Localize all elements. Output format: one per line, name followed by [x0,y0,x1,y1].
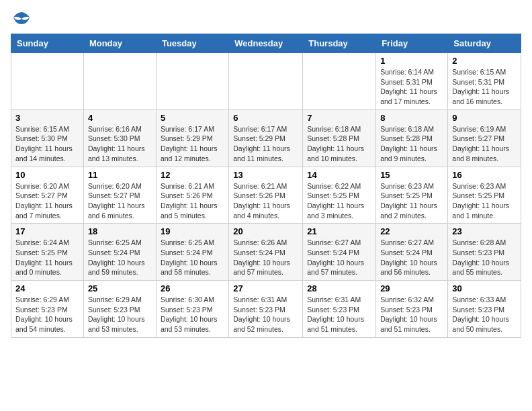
day-number: 14 [307,170,371,180]
day-number: 26 [161,283,224,293]
calendar-cell: 20Sunrise: 6:26 AM Sunset: 5:24 PM Dayli… [229,224,303,281]
day-info: Sunrise: 6:17 AM Sunset: 5:29 PM Dayligh… [233,124,298,164]
calendar-header-monday: Monday [83,34,156,53]
day-number: 21 [307,226,371,236]
day-info: Sunrise: 6:28 AM Sunset: 5:23 PM Dayligh… [452,238,517,277]
day-number: 12 [161,170,224,180]
day-number: 6 [233,113,298,123]
calendar-cell: 7Sunrise: 6:18 AM Sunset: 5:28 PM Daylig… [303,109,376,167]
day-number: 20 [233,226,298,236]
calendar-cell [229,53,303,110]
calendar-header-row: SundayMondayTuesdayWednesdayThursdayFrid… [11,34,521,53]
day-number: 9 [452,113,517,123]
calendar-header-wednesday: Wednesday [229,34,303,53]
day-number: 24 [15,283,79,293]
calendar-header-sunday: Sunday [11,34,84,53]
calendar-cell: 16Sunrise: 6:23 AM Sunset: 5:25 PM Dayli… [448,167,521,224]
calendar-cell: 10Sunrise: 6:20 AM Sunset: 5:27 PM Dayli… [11,167,84,224]
day-info: Sunrise: 6:30 AM Sunset: 5:23 PM Dayligh… [161,295,224,334]
calendar-week-row: 24Sunrise: 6:29 AM Sunset: 5:23 PM Dayli… [11,281,521,338]
calendar-cell: 1Sunrise: 6:14 AM Sunset: 5:31 PM Daylig… [376,53,448,110]
calendar-cell: 6Sunrise: 6:17 AM Sunset: 5:29 PM Daylig… [229,109,303,167]
day-number: 29 [380,283,443,293]
day-info: Sunrise: 6:33 AM Sunset: 5:23 PM Dayligh… [452,295,517,334]
calendar-cell [156,53,228,110]
day-info: Sunrise: 6:25 AM Sunset: 5:24 PM Dayligh… [88,238,152,277]
calendar-cell [303,53,376,110]
day-info: Sunrise: 6:23 AM Sunset: 5:25 PM Dayligh… [452,181,517,221]
day-number: 18 [88,226,152,236]
day-info: Sunrise: 6:31 AM Sunset: 5:23 PM Dayligh… [233,295,298,334]
calendar-week-row: 1Sunrise: 6:14 AM Sunset: 5:31 PM Daylig… [11,53,521,110]
day-info: Sunrise: 6:31 AM Sunset: 5:23 PM Dayligh… [307,295,371,334]
calendar-table: SundayMondayTuesdayWednesdayThursdayFrid… [11,34,521,338]
calendar-cell: 3Sunrise: 6:15 AM Sunset: 5:30 PM Daylig… [11,109,84,167]
calendar-cell: 18Sunrise: 6:25 AM Sunset: 5:24 PM Dayli… [83,224,156,281]
day-info: Sunrise: 6:27 AM Sunset: 5:24 PM Dayligh… [380,238,443,277]
calendar-cell: 4Sunrise: 6:16 AM Sunset: 5:30 PM Daylig… [83,109,156,167]
day-info: Sunrise: 6:24 AM Sunset: 5:25 PM Dayligh… [15,238,79,277]
day-info: Sunrise: 6:29 AM Sunset: 5:23 PM Dayligh… [15,295,79,334]
calendar-header-saturday: Saturday [448,34,521,53]
day-info: Sunrise: 6:15 AM Sunset: 5:31 PM Dayligh… [452,67,517,107]
day-number: 30 [452,283,517,293]
day-number: 27 [233,283,298,293]
day-info: Sunrise: 6:20 AM Sunset: 5:27 PM Dayligh… [15,181,79,221]
day-number: 8 [380,113,443,123]
day-info: Sunrise: 6:23 AM Sunset: 5:25 PM Dayligh… [380,181,443,221]
day-number: 2 [452,56,517,66]
day-info: Sunrise: 6:18 AM Sunset: 5:28 PM Dayligh… [380,124,443,164]
day-info: Sunrise: 6:26 AM Sunset: 5:24 PM Dayligh… [233,238,298,277]
day-number: 15 [380,170,443,180]
calendar-cell [83,53,156,110]
calendar-cell: 30Sunrise: 6:33 AM Sunset: 5:23 PM Dayli… [448,281,521,338]
calendar-cell: 13Sunrise: 6:21 AM Sunset: 5:26 PM Dayli… [229,167,303,224]
day-number: 16 [452,170,517,180]
day-number: 5 [161,113,224,123]
calendar-header-friday: Friday [376,34,448,53]
calendar-cell: 12Sunrise: 6:21 AM Sunset: 5:26 PM Dayli… [156,167,228,224]
calendar-cell: 27Sunrise: 6:31 AM Sunset: 5:23 PM Dayli… [229,281,303,338]
day-number: 7 [307,113,371,123]
calendar-cell: 9Sunrise: 6:19 AM Sunset: 5:27 PM Daylig… [448,109,521,167]
day-number: 4 [88,113,152,123]
day-info: Sunrise: 6:25 AM Sunset: 5:24 PM Dayligh… [161,238,224,277]
calendar-cell: 2Sunrise: 6:15 AM Sunset: 5:31 PM Daylig… [448,53,521,110]
calendar-cell: 23Sunrise: 6:28 AM Sunset: 5:23 PM Dayli… [448,224,521,281]
calendar-cell: 5Sunrise: 6:17 AM Sunset: 5:29 PM Daylig… [156,109,228,167]
calendar-cell: 17Sunrise: 6:24 AM Sunset: 5:25 PM Dayli… [11,224,84,281]
calendar-week-row: 3Sunrise: 6:15 AM Sunset: 5:30 PM Daylig… [11,109,521,167]
calendar-cell: 8Sunrise: 6:18 AM Sunset: 5:28 PM Daylig… [376,109,448,167]
day-info: Sunrise: 6:20 AM Sunset: 5:27 PM Dayligh… [88,181,152,221]
calendar-cell: 14Sunrise: 6:22 AM Sunset: 5:25 PM Dayli… [303,167,376,224]
logo [11,11,31,26]
day-info: Sunrise: 6:22 AM Sunset: 5:25 PM Dayligh… [307,181,371,221]
calendar-cell: 21Sunrise: 6:27 AM Sunset: 5:24 PM Dayli… [303,224,376,281]
day-number: 1 [380,56,443,66]
calendar-cell: 19Sunrise: 6:25 AM Sunset: 5:24 PM Dayli… [156,224,228,281]
day-info: Sunrise: 6:15 AM Sunset: 5:30 PM Dayligh… [15,124,79,164]
day-info: Sunrise: 6:27 AM Sunset: 5:24 PM Dayligh… [307,238,371,277]
day-info: Sunrise: 6:18 AM Sunset: 5:28 PM Dayligh… [307,124,371,164]
day-info: Sunrise: 6:21 AM Sunset: 5:26 PM Dayligh… [161,181,224,221]
day-info: Sunrise: 6:21 AM Sunset: 5:26 PM Dayligh… [233,181,298,221]
calendar-cell: 22Sunrise: 6:27 AM Sunset: 5:24 PM Dayli… [376,224,448,281]
day-info: Sunrise: 6:32 AM Sunset: 5:23 PM Dayligh… [380,295,443,334]
calendar-header-thursday: Thursday [303,34,376,53]
calendar-cell: 28Sunrise: 6:31 AM Sunset: 5:23 PM Dayli… [303,281,376,338]
day-info: Sunrise: 6:14 AM Sunset: 5:31 PM Dayligh… [380,67,443,107]
day-number: 22 [380,226,443,236]
day-number: 23 [452,226,517,236]
day-info: Sunrise: 6:29 AM Sunset: 5:23 PM Dayligh… [88,295,152,334]
calendar-week-row: 10Sunrise: 6:20 AM Sunset: 5:27 PM Dayli… [11,167,521,224]
day-number: 28 [307,283,371,293]
day-number: 17 [15,226,79,236]
day-number: 10 [15,170,79,180]
logo-bird-icon [12,11,31,26]
calendar-cell: 25Sunrise: 6:29 AM Sunset: 5:23 PM Dayli… [83,281,156,338]
day-info: Sunrise: 6:17 AM Sunset: 5:29 PM Dayligh… [161,124,224,164]
page-header [11,11,521,26]
calendar-cell: 15Sunrise: 6:23 AM Sunset: 5:25 PM Dayli… [376,167,448,224]
calendar-cell: 29Sunrise: 6:32 AM Sunset: 5:23 PM Dayli… [376,281,448,338]
calendar-cell: 11Sunrise: 6:20 AM Sunset: 5:27 PM Dayli… [83,167,156,224]
